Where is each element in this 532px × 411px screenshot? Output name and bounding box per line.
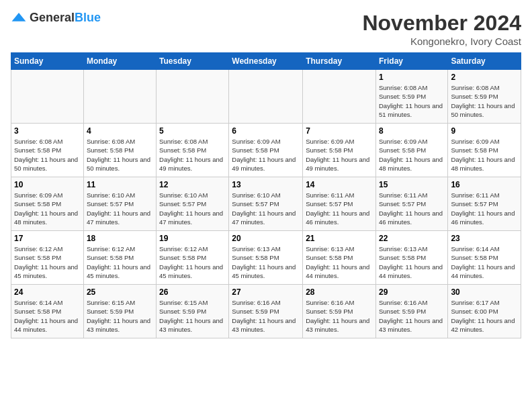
day-number: 11 — [87, 180, 153, 189]
day-info: Sunrise: 6:16 AMSunset: 5:59 PMDaylight:… — [306, 298, 373, 334]
day-number: 29 — [379, 287, 445, 297]
day-cell-4-3: 27Sunrise: 6:16 AMSunset: 5:59 PMDayligh… — [229, 285, 303, 338]
day-info: Sunrise: 6:11 AMSunset: 5:57 PMDaylight:… — [379, 191, 445, 226]
calendar-table: Sunday Monday Tuesday Wednesday Thursday… — [11, 52, 521, 338]
day-cell-1-0: 3Sunrise: 6:08 AMSunset: 5:58 PMDaylight… — [11, 124, 84, 177]
day-info: Sunrise: 6:16 AMSunset: 5:59 PMDaylight:… — [232, 298, 300, 334]
day-info: Sunrise: 6:08 AMSunset: 5:58 PMDaylight:… — [159, 137, 226, 173]
day-info: Sunrise: 6:09 AMSunset: 5:58 PMDaylight:… — [14, 191, 81, 226]
day-number: 12 — [159, 180, 226, 189]
day-cell-1-1: 4Sunrise: 6:08 AMSunset: 5:58 PMDaylight… — [83, 124, 156, 177]
day-cell-1-2: 5Sunrise: 6:08 AMSunset: 5:58 PMDaylight… — [157, 124, 229, 177]
logo-icon — [11, 11, 27, 25]
day-cell-2-3: 13Sunrise: 6:10 AMSunset: 5:57 PMDayligh… — [229, 177, 303, 231]
day-number: 10 — [14, 180, 81, 189]
day-cell-3-3: 20Sunrise: 6:13 AMSunset: 5:58 PMDayligh… — [229, 231, 303, 285]
day-info: Sunrise: 6:13 AMSunset: 5:58 PMDaylight:… — [379, 244, 445, 280]
day-number: 2 — [451, 73, 518, 82]
day-number: 1 — [379, 73, 445, 82]
week-row-1: 1Sunrise: 6:08 AMSunset: 5:59 PMDaylight… — [11, 70, 521, 124]
day-cell-1-4: 7Sunrise: 6:09 AMSunset: 5:58 PMDaylight… — [303, 124, 376, 177]
day-info: Sunrise: 6:17 AMSunset: 6:00 PMDaylight:… — [451, 298, 518, 334]
day-number: 28 — [306, 287, 373, 297]
day-info: Sunrise: 6:13 AMSunset: 5:58 PMDaylight:… — [306, 244, 373, 280]
logo: GeneralBlue — [11, 11, 101, 25]
day-cell-0-5: 1Sunrise: 6:08 AMSunset: 5:59 PMDaylight… — [375, 70, 447, 124]
day-cell-1-5: 8Sunrise: 6:09 AMSunset: 5:58 PMDaylight… — [375, 124, 447, 177]
day-cell-0-2 — [157, 70, 229, 124]
day-info: Sunrise: 6:15 AMSunset: 5:59 PMDaylight:… — [159, 298, 226, 334]
location-title: Kongonekro, Ivory Coast — [362, 36, 521, 47]
header-thursday: Thursday — [303, 53, 376, 70]
day-cell-2-4: 14Sunrise: 6:11 AMSunset: 5:57 PMDayligh… — [303, 177, 376, 231]
day-number: 8 — [379, 126, 445, 136]
logo-blue: Blue — [75, 11, 101, 24]
calendar-body: 1Sunrise: 6:08 AMSunset: 5:59 PMDaylight… — [11, 70, 521, 338]
day-info: Sunrise: 6:09 AMSunset: 5:58 PMDaylight:… — [451, 137, 518, 173]
svg-marker-0 — [12, 13, 26, 21]
day-cell-0-1 — [83, 70, 156, 124]
header-tuesday: Tuesday — [157, 53, 229, 70]
day-info: Sunrise: 6:13 AMSunset: 5:58 PMDaylight:… — [232, 244, 300, 280]
header-row: Sunday Monday Tuesday Wednesday Thursday… — [11, 53, 521, 70]
day-number: 30 — [451, 287, 518, 297]
day-number: 24 — [14, 287, 81, 297]
day-cell-0-0 — [11, 70, 84, 124]
day-cell-2-0: 10Sunrise: 6:09 AMSunset: 5:58 PMDayligh… — [11, 177, 84, 231]
day-info: Sunrise: 6:08 AMSunset: 5:59 PMDaylight:… — [379, 83, 445, 119]
calendar-header: Sunday Monday Tuesday Wednesday Thursday… — [11, 53, 521, 70]
day-number: 20 — [232, 234, 300, 243]
logo-text: GeneralBlue — [30, 11, 101, 25]
day-info: Sunrise: 6:12 AMSunset: 5:58 PMDaylight:… — [159, 244, 226, 280]
day-cell-0-6: 2Sunrise: 6:08 AMSunset: 5:59 PMDaylight… — [448, 70, 521, 124]
day-info: Sunrise: 6:12 AMSunset: 5:58 PMDaylight:… — [14, 244, 81, 280]
day-cell-3-2: 19Sunrise: 6:12 AMSunset: 5:58 PMDayligh… — [157, 231, 229, 285]
day-cell-3-1: 18Sunrise: 6:12 AMSunset: 5:58 PMDayligh… — [83, 231, 156, 285]
day-cell-1-6: 9Sunrise: 6:09 AMSunset: 5:58 PMDaylight… — [448, 124, 521, 177]
day-info: Sunrise: 6:11 AMSunset: 5:57 PMDaylight:… — [306, 191, 373, 226]
day-info: Sunrise: 6:10 AMSunset: 5:57 PMDaylight:… — [232, 191, 300, 226]
day-cell-0-4 — [303, 70, 376, 124]
header-saturday: Saturday — [448, 53, 521, 70]
day-cell-4-6: 30Sunrise: 6:17 AMSunset: 6:00 PMDayligh… — [448, 285, 521, 338]
day-info: Sunrise: 6:09 AMSunset: 5:58 PMDaylight:… — [232, 137, 300, 173]
day-info: Sunrise: 6:10 AMSunset: 5:57 PMDaylight:… — [159, 191, 226, 226]
day-info: Sunrise: 6:11 AMSunset: 5:57 PMDaylight:… — [451, 191, 518, 226]
day-number: 27 — [232, 287, 300, 297]
day-number: 7 — [306, 126, 373, 136]
title-block: November 2024 Kongonekro, Ivory Coast — [362, 11, 521, 47]
header-monday: Monday — [83, 53, 156, 70]
header-friday: Friday — [375, 53, 447, 70]
day-cell-4-2: 26Sunrise: 6:15 AMSunset: 5:59 PMDayligh… — [157, 285, 229, 338]
day-number: 18 — [87, 234, 153, 243]
week-row-2: 3Sunrise: 6:08 AMSunset: 5:58 PMDaylight… — [11, 124, 521, 177]
day-number: 22 — [379, 234, 445, 243]
week-row-4: 17Sunrise: 6:12 AMSunset: 5:58 PMDayligh… — [11, 231, 521, 285]
day-number: 6 — [232, 126, 300, 136]
day-cell-3-4: 21Sunrise: 6:13 AMSunset: 5:58 PMDayligh… — [303, 231, 376, 285]
day-info: Sunrise: 6:10 AMSunset: 5:57 PMDaylight:… — [87, 191, 153, 226]
day-cell-0-3 — [229, 70, 303, 124]
day-cell-3-6: 23Sunrise: 6:14 AMSunset: 5:58 PMDayligh… — [448, 231, 521, 285]
header-sunday: Sunday — [11, 53, 84, 70]
day-number: 13 — [232, 180, 300, 189]
day-cell-2-5: 15Sunrise: 6:11 AMSunset: 5:57 PMDayligh… — [375, 177, 447, 231]
day-info: Sunrise: 6:12 AMSunset: 5:58 PMDaylight:… — [87, 244, 153, 280]
day-number: 17 — [14, 234, 81, 243]
week-row-3: 10Sunrise: 6:09 AMSunset: 5:58 PMDayligh… — [11, 177, 521, 231]
day-number: 16 — [451, 180, 518, 189]
day-cell-2-6: 16Sunrise: 6:11 AMSunset: 5:57 PMDayligh… — [448, 177, 521, 231]
day-number: 19 — [159, 234, 226, 243]
day-info: Sunrise: 6:16 AMSunset: 5:59 PMDaylight:… — [379, 298, 445, 334]
day-number: 21 — [306, 234, 373, 243]
page-header: GeneralBlue November 2024 Kongonekro, Iv… — [11, 11, 521, 47]
header-wednesday: Wednesday — [229, 53, 303, 70]
day-number: 4 — [87, 126, 153, 136]
day-info: Sunrise: 6:14 AMSunset: 5:58 PMDaylight:… — [451, 244, 518, 280]
day-number: 14 — [306, 180, 373, 189]
day-info: Sunrise: 6:14 AMSunset: 5:58 PMDaylight:… — [14, 298, 81, 334]
day-number: 15 — [379, 180, 445, 189]
day-info: Sunrise: 6:08 AMSunset: 5:59 PMDaylight:… — [451, 83, 518, 119]
week-row-5: 24Sunrise: 6:14 AMSunset: 5:58 PMDayligh… — [11, 285, 521, 338]
day-cell-3-5: 22Sunrise: 6:13 AMSunset: 5:58 PMDayligh… — [375, 231, 447, 285]
